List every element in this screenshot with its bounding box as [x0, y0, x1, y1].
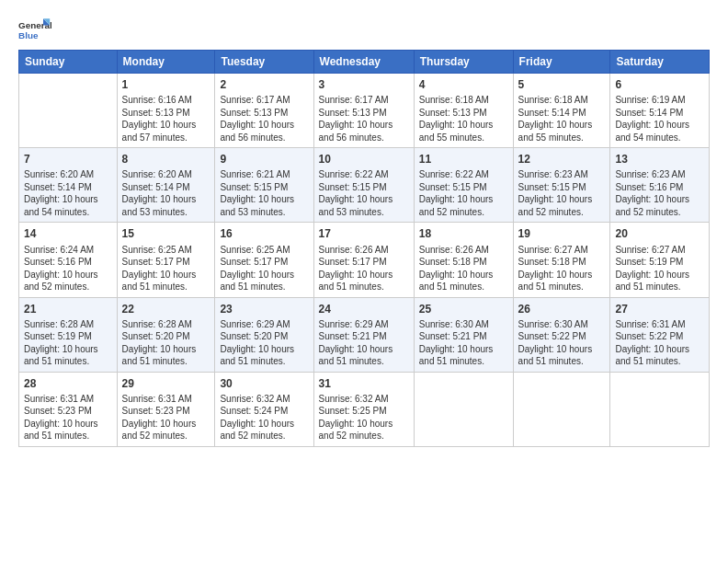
cell-info: Sunrise: 6:20 AM Sunset: 5:14 PM Dayligh… — [24, 168, 112, 218]
calendar-week-3: 14Sunrise: 6:24 AM Sunset: 5:16 PM Dayli… — [19, 223, 710, 297]
day-number: 30 — [220, 376, 308, 391]
calendar-week-4: 21Sunrise: 6:28 AM Sunset: 5:19 PM Dayli… — [19, 297, 710, 372]
calendar-cell: 1Sunrise: 6:16 AM Sunset: 5:13 PM Daylig… — [117, 74, 215, 148]
day-number: 11 — [419, 152, 508, 167]
cell-info: Sunrise: 6:26 AM Sunset: 5:18 PM Dayligh… — [419, 244, 508, 293]
day-number: 17 — [319, 226, 409, 241]
cell-info: Sunrise: 6:19 AM Sunset: 5:14 PM Dayligh… — [615, 94, 704, 144]
day-number: 22 — [122, 302, 210, 316]
calendar-cell: 2Sunrise: 6:17 AM Sunset: 5:13 PM Daylig… — [215, 74, 313, 148]
cell-info: Sunrise: 6:27 AM Sunset: 5:18 PM Dayligh… — [518, 244, 606, 293]
cell-info: Sunrise: 6:29 AM Sunset: 5:21 PM Dayligh… — [319, 318, 409, 368]
calendar-cell — [19, 74, 118, 148]
day-number: 19 — [518, 226, 606, 241]
calendar-cell: 10Sunrise: 6:22 AM Sunset: 5:15 PM Dayli… — [313, 148, 414, 223]
calendar-cell: 11Sunrise: 6:22 AM Sunset: 5:15 PM Dayli… — [414, 148, 513, 223]
weekday-header-saturday: Saturday — [610, 51, 710, 74]
day-number: 4 — [419, 77, 508, 92]
calendar-cell: 21Sunrise: 6:28 AM Sunset: 5:19 PM Dayli… — [19, 297, 118, 372]
weekday-header-thursday: Thursday — [414, 51, 513, 74]
cell-info: Sunrise: 6:25 AM Sunset: 5:17 PM Dayligh… — [122, 244, 210, 293]
cell-info: Sunrise: 6:23 AM Sunset: 5:15 PM Dayligh… — [518, 168, 606, 218]
calendar-cell: 26Sunrise: 6:30 AM Sunset: 5:22 PM Dayli… — [513, 297, 610, 372]
weekday-header-friday: Friday — [513, 51, 610, 74]
calendar-cell: 9Sunrise: 6:21 AM Sunset: 5:15 PM Daylig… — [215, 148, 313, 223]
calendar-cell: 15Sunrise: 6:25 AM Sunset: 5:17 PM Dayli… — [117, 223, 215, 297]
day-number: 26 — [518, 302, 606, 316]
weekday-header-row: SundayMondayTuesdayWednesdayThursdayFrid… — [19, 51, 710, 74]
day-number: 15 — [122, 226, 210, 241]
cell-info: Sunrise: 6:24 AM Sunset: 5:16 PM Dayligh… — [24, 244, 112, 293]
day-number: 9 — [220, 152, 308, 167]
weekday-header-tuesday: Tuesday — [215, 51, 313, 74]
day-number: 6 — [615, 77, 704, 92]
cell-info: Sunrise: 6:21 AM Sunset: 5:15 PM Dayligh… — [220, 168, 308, 218]
cell-info: Sunrise: 6:31 AM Sunset: 5:23 PM Dayligh… — [24, 393, 112, 442]
calendar-week-5: 28Sunrise: 6:31 AM Sunset: 5:23 PM Dayli… — [19, 372, 710, 446]
cell-info: Sunrise: 6:31 AM Sunset: 5:22 PM Dayligh… — [615, 318, 704, 368]
cell-info: Sunrise: 6:31 AM Sunset: 5:23 PM Dayligh… — [122, 393, 210, 442]
cell-info: Sunrise: 6:22 AM Sunset: 5:15 PM Dayligh… — [419, 168, 508, 218]
cell-info: Sunrise: 6:32 AM Sunset: 5:24 PM Dayligh… — [220, 393, 308, 442]
day-number: 7 — [24, 152, 112, 167]
cell-info: Sunrise: 6:26 AM Sunset: 5:17 PM Dayligh… — [319, 244, 409, 293]
calendar-cell: 29Sunrise: 6:31 AM Sunset: 5:23 PM Dayli… — [117, 372, 215, 446]
day-number: 3 — [319, 77, 409, 92]
cell-info: Sunrise: 6:16 AM Sunset: 5:13 PM Dayligh… — [122, 94, 210, 144]
calendar-week-2: 7Sunrise: 6:20 AM Sunset: 5:14 PM Daylig… — [19, 148, 710, 223]
day-number: 27 — [615, 302, 704, 316]
day-number: 8 — [122, 152, 210, 167]
cell-info: Sunrise: 6:22 AM Sunset: 5:15 PM Dayligh… — [319, 168, 409, 218]
weekday-header-wednesday: Wednesday — [313, 51, 414, 74]
calendar-cell: 13Sunrise: 6:23 AM Sunset: 5:16 PM Dayli… — [610, 148, 710, 223]
calendar-cell: 16Sunrise: 6:25 AM Sunset: 5:17 PM Dayli… — [215, 223, 313, 297]
calendar-cell — [414, 372, 513, 446]
calendar-cell: 17Sunrise: 6:26 AM Sunset: 5:17 PM Dayli… — [313, 223, 414, 297]
calendar-cell: 18Sunrise: 6:26 AM Sunset: 5:18 PM Dayli… — [414, 223, 513, 297]
cell-info: Sunrise: 6:18 AM Sunset: 5:13 PM Dayligh… — [419, 94, 508, 144]
day-number: 16 — [220, 226, 308, 241]
svg-text:Blue: Blue — [18, 30, 39, 40]
cell-info: Sunrise: 6:18 AM Sunset: 5:14 PM Dayligh… — [518, 94, 606, 144]
day-number: 12 — [518, 152, 606, 167]
day-number: 31 — [319, 376, 409, 391]
logo: General Blue — [18, 17, 55, 42]
day-number: 20 — [615, 226, 704, 241]
cell-info: Sunrise: 6:28 AM Sunset: 5:20 PM Dayligh… — [122, 318, 210, 368]
page-container: General Blue SundayMondayTuesdayWednesda… — [0, 0, 728, 456]
cell-info: Sunrise: 6:20 AM Sunset: 5:14 PM Dayligh… — [122, 168, 210, 218]
day-number: 2 — [220, 77, 308, 92]
weekday-header-monday: Monday — [117, 51, 215, 74]
calendar-cell: 20Sunrise: 6:27 AM Sunset: 5:19 PM Dayli… — [610, 223, 710, 297]
calendar-week-1: 1Sunrise: 6:16 AM Sunset: 5:13 PM Daylig… — [19, 74, 710, 148]
day-number: 1 — [122, 77, 210, 92]
cell-info: Sunrise: 6:17 AM Sunset: 5:13 PM Dayligh… — [319, 94, 409, 144]
calendar-cell: 30Sunrise: 6:32 AM Sunset: 5:24 PM Dayli… — [215, 372, 313, 446]
calendar-cell: 22Sunrise: 6:28 AM Sunset: 5:20 PM Dayli… — [117, 297, 215, 372]
calendar-cell: 7Sunrise: 6:20 AM Sunset: 5:14 PM Daylig… — [19, 148, 118, 223]
day-number: 18 — [419, 226, 508, 241]
cell-info: Sunrise: 6:23 AM Sunset: 5:16 PM Dayligh… — [615, 168, 704, 218]
day-number: 14 — [24, 226, 112, 241]
day-number: 5 — [518, 77, 606, 92]
day-number: 23 — [220, 302, 308, 316]
cell-info: Sunrise: 6:27 AM Sunset: 5:19 PM Dayligh… — [615, 244, 704, 293]
calendar-cell: 23Sunrise: 6:29 AM Sunset: 5:20 PM Dayli… — [215, 297, 313, 372]
cell-info: Sunrise: 6:30 AM Sunset: 5:21 PM Dayligh… — [419, 318, 508, 368]
calendar-table: SundayMondayTuesdayWednesdayThursdayFrid… — [18, 50, 710, 447]
cell-info: Sunrise: 6:32 AM Sunset: 5:25 PM Dayligh… — [319, 393, 409, 442]
day-number: 24 — [319, 302, 409, 316]
calendar-cell: 27Sunrise: 6:31 AM Sunset: 5:22 PM Dayli… — [610, 297, 710, 372]
day-number: 28 — [24, 376, 112, 391]
calendar-cell: 5Sunrise: 6:18 AM Sunset: 5:14 PM Daylig… — [513, 74, 610, 148]
calendar-cell: 28Sunrise: 6:31 AM Sunset: 5:23 PM Dayli… — [19, 372, 118, 446]
cell-info: Sunrise: 6:25 AM Sunset: 5:17 PM Dayligh… — [220, 244, 308, 293]
cell-info: Sunrise: 6:30 AM Sunset: 5:22 PM Dayligh… — [518, 318, 606, 368]
calendar-cell: 4Sunrise: 6:18 AM Sunset: 5:13 PM Daylig… — [414, 74, 513, 148]
weekday-header-sunday: Sunday — [19, 51, 118, 74]
calendar-cell: 24Sunrise: 6:29 AM Sunset: 5:21 PM Dayli… — [313, 297, 414, 372]
calendar-cell: 3Sunrise: 6:17 AM Sunset: 5:13 PM Daylig… — [313, 74, 414, 148]
calendar-cell: 14Sunrise: 6:24 AM Sunset: 5:16 PM Dayli… — [19, 223, 118, 297]
day-number: 21 — [24, 302, 112, 316]
header-row: General Blue — [18, 17, 710, 42]
